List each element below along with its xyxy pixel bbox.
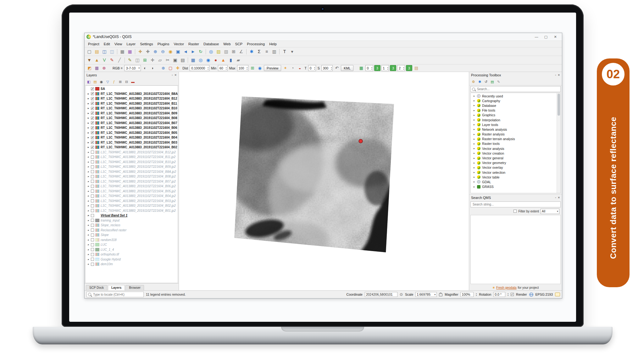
zoom-next-icon[interactable]: ► bbox=[190, 48, 197, 55]
expander-icon[interactable] bbox=[87, 185, 90, 188]
raster-stack-icon[interactable]: ▦ bbox=[190, 57, 197, 63]
undo-icon[interactable]: ↶ bbox=[334, 65, 340, 71]
layout-manager-icon[interactable]: ▦ bbox=[126, 48, 133, 55]
processing-category[interactable]: Vector general bbox=[471, 156, 560, 160]
toolbar-icon[interactable] bbox=[135, 49, 135, 54]
max-spinbox[interactable]: 100 bbox=[237, 65, 249, 71]
layer-item[interactable]: L1C_T60HWC_A013883_20191102T221604_B02.j… bbox=[86, 203, 178, 208]
layer-item[interactable]: L1C_T60HWC_A013883_20191102T221604_B03.j… bbox=[86, 199, 178, 204]
scp-bandset-icon[interactable]: ▦ bbox=[94, 65, 100, 71]
dock-tab[interactable]: Layers bbox=[108, 285, 125, 290]
layer-item[interactable]: L1C_T60HWC_A013883_20191102T221604_B07.j… bbox=[86, 179, 178, 184]
expander-icon[interactable] bbox=[87, 214, 90, 217]
sheet-icon[interactable]: ▤ bbox=[413, 65, 419, 71]
s-label[interactable]: S bbox=[317, 65, 320, 71]
close-button[interactable]: ✕ bbox=[551, 35, 560, 39]
layer-checkbox[interactable] bbox=[91, 204, 94, 207]
flame-icon[interactable]: ▲ bbox=[220, 57, 227, 63]
paste-features-icon[interactable]: ▤ bbox=[179, 57, 186, 63]
toolbar-icon[interactable] bbox=[206, 49, 206, 54]
menu-item[interactable]: SCP bbox=[233, 41, 245, 47]
expander-icon[interactable] bbox=[87, 209, 90, 212]
expand-all-icon[interactable]: ⊞ bbox=[118, 79, 123, 85]
expander-icon[interactable] bbox=[87, 97, 90, 100]
layer-item[interactable]: RT_L1C_T60HWC_A013883_20191102T221604_B1… bbox=[86, 106, 178, 111]
scp-control[interactable] bbox=[108, 65, 111, 71]
spinner-arrows-icon[interactable]: ▴ ▾ bbox=[508, 293, 508, 296]
map-themes-icon[interactable]: ◉ bbox=[99, 79, 104, 85]
zoom-out-icon[interactable]: ⊖ bbox=[159, 48, 166, 55]
layer-item[interactable]: Virtual Band Set 1 bbox=[86, 213, 178, 218]
project-save-icon[interactable]: ◫ bbox=[101, 48, 108, 55]
expander-icon[interactable] bbox=[87, 141, 90, 144]
close-panel-icon[interactable]: ✕ bbox=[174, 74, 177, 77]
processing-category[interactable]: Graphics bbox=[471, 113, 560, 118]
menu-item[interactable]: Edit bbox=[102, 41, 112, 47]
layer-item[interactable]: RT_L1C_T60HWC_A013883_20191102T221604_B1… bbox=[86, 96, 178, 101]
scale-combo[interactable]: ▾ bbox=[415, 292, 437, 297]
processing-category[interactable]: Vector table bbox=[471, 175, 560, 179]
expander-icon[interactable] bbox=[87, 263, 90, 266]
annotation-dropdown-icon[interactable]: ▾ bbox=[289, 48, 296, 55]
expander-icon[interactable] bbox=[473, 128, 475, 131]
layer-checkbox[interactable] bbox=[91, 117, 94, 120]
scp-pencil-icon[interactable]: ✎ bbox=[108, 57, 115, 63]
layer-item[interactable]: RT_L1C_T60HWC_A013883_20191102T221604_B8… bbox=[86, 91, 178, 96]
expander-icon[interactable] bbox=[87, 112, 90, 115]
layer-item[interactable]: L1C_T60HWC_A013883_20191102T221604_B11.j… bbox=[86, 155, 178, 160]
menu-item[interactable]: Processing bbox=[245, 41, 267, 47]
expander-icon[interactable] bbox=[87, 151, 90, 154]
measure-icon[interactable]: ∠ bbox=[238, 48, 245, 55]
expander-icon[interactable] bbox=[87, 195, 90, 197]
options-icon[interactable]: ▥ bbox=[271, 48, 278, 55]
layer-checkbox[interactable] bbox=[91, 258, 94, 261]
layer-checkbox[interactable] bbox=[91, 209, 94, 212]
menu-item[interactable]: Database bbox=[201, 41, 221, 47]
rgb-dots-icon[interactable]: ◒ bbox=[297, 65, 303, 71]
expander-icon[interactable] bbox=[473, 95, 475, 97]
menu-item[interactable]: Layer bbox=[124, 41, 138, 47]
project-save-as-icon[interactable]: ◫ bbox=[108, 48, 115, 55]
cumulative-cut-stretch-icon[interactable]: ◐ bbox=[142, 65, 148, 71]
expander-icon[interactable] bbox=[473, 171, 475, 174]
processing-category[interactable]: Raster analysis bbox=[471, 132, 560, 137]
select-features-icon[interactable]: ▨ bbox=[215, 48, 222, 55]
identify-icon[interactable]: ◎ bbox=[208, 48, 214, 55]
layer-checkbox[interactable] bbox=[91, 228, 94, 232]
layer-item[interactable]: LUC_1_4 bbox=[86, 247, 178, 252]
layer-item[interactable]: L1C_T60HWC_A013883_20191102T221604_B09.j… bbox=[86, 164, 178, 169]
scale-input[interactable] bbox=[416, 293, 434, 296]
layer-item[interactable]: random318 bbox=[86, 238, 178, 243]
expander-icon[interactable] bbox=[87, 229, 90, 232]
t-spinbox[interactable]: 0 bbox=[308, 65, 316, 71]
expander-icon[interactable] bbox=[87, 170, 90, 173]
layer-item[interactable]: L1C_T60HWC_A013883_20191102T221604_B01.j… bbox=[86, 208, 178, 213]
cut-features-icon[interactable]: ✂ bbox=[164, 57, 171, 63]
layer-item[interactable]: SA bbox=[86, 86, 178, 91]
qms-type-dropdown[interactable]: All ▾ bbox=[541, 209, 559, 214]
transparency-icon[interactable]: ◔ bbox=[289, 65, 296, 71]
processing-category[interactable]: Cartography bbox=[471, 98, 560, 103]
layer-checkbox[interactable] bbox=[91, 97, 94, 100]
t-label[interactable]: T bbox=[304, 65, 307, 71]
zoom-to-roi-icon[interactable]: ⊕ bbox=[160, 65, 166, 71]
layer-checkbox[interactable] bbox=[91, 160, 94, 163]
layer-checkbox[interactable] bbox=[91, 170, 94, 173]
copy-features-icon[interactable]: ▣ bbox=[172, 57, 179, 63]
text-annotation-icon[interactable]: T bbox=[281, 48, 288, 55]
expander-icon[interactable] bbox=[473, 114, 475, 117]
toolbar-icon[interactable] bbox=[188, 58, 188, 63]
pan-map-icon[interactable]: ✚ bbox=[137, 48, 144, 55]
save-edits-icon[interactable]: ◫ bbox=[134, 57, 141, 63]
rgb-combo[interactable]: 3-7-10 bbox=[124, 65, 141, 71]
layer-checkbox[interactable] bbox=[91, 146, 94, 149]
menu-item[interactable]: View bbox=[112, 41, 125, 47]
toggle-editing-icon[interactable]: ✎ bbox=[126, 57, 133, 63]
layer-checkbox[interactable] bbox=[91, 141, 94, 144]
processing-category[interactable]: Layer tools bbox=[471, 122, 560, 127]
layer-checkbox[interactable] bbox=[91, 175, 94, 178]
scp-download-products-icon[interactable]: ▼ bbox=[86, 57, 93, 63]
layer-checkbox[interactable] bbox=[91, 165, 94, 168]
processing-category[interactable]: Vector selection bbox=[471, 170, 560, 175]
float-panel-icon[interactable]: ▫ bbox=[555, 74, 556, 77]
